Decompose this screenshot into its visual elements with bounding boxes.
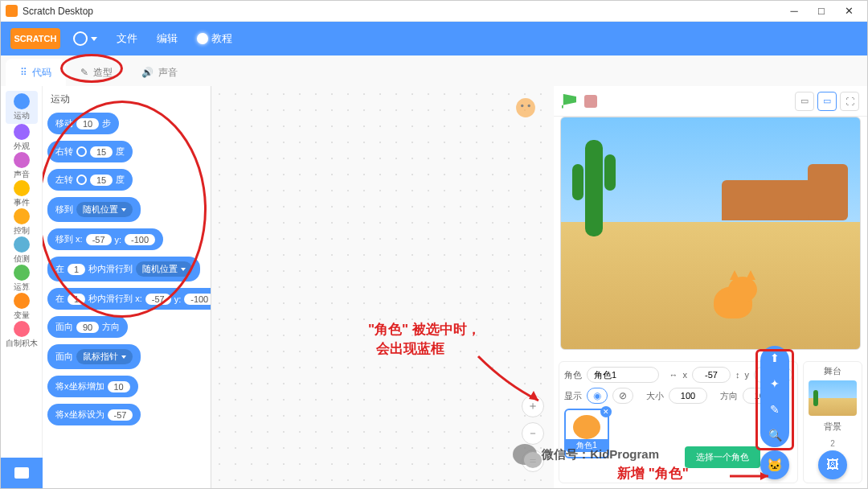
category-运动[interactable]: 运动 (6, 91, 38, 124)
block-move-steps[interactable]: 移动 10 步 (47, 113, 119, 134)
category-控制[interactable]: 控制 (6, 208, 38, 236)
sprite-cat[interactable] (706, 277, 762, 325)
annotation-arrow (474, 352, 547, 409)
category-声音[interactable]: 声音 (6, 152, 38, 180)
category-外观[interactable]: 外观 (6, 124, 38, 152)
category-dot-icon (14, 180, 30, 196)
scratch-logo: SCRATCH (10, 28, 60, 49)
language-menu[interactable] (67, 28, 104, 49)
block-goto-xy[interactable]: 移到 x: -57 y: -100 (47, 228, 163, 250)
block-glide-xy[interactable]: 在 1 秒内滑行到 x: -57 y: -100 (47, 288, 211, 310)
block-glide-random[interactable]: 在 1 秒内滑行到 随机位置 (47, 257, 200, 281)
minimize-button[interactable]: ─ (780, 1, 808, 22)
block-point-direction[interactable]: 面向 90 方向 (47, 316, 128, 338)
add-extension-button[interactable] (1, 458, 43, 488)
annotation-text: "角色" 被选中时， (368, 320, 481, 339)
add-sprite-menu: ⬆ ✦ ✎ 🔍 (760, 346, 789, 447)
backdrop-count: 2 (830, 439, 835, 448)
sprite-dir-label: 方向 (720, 390, 738, 402)
block-goto-random[interactable]: 移到 随机位置 (47, 197, 141, 222)
block-turn-left[interactable]: 左转 15 度 (47, 169, 133, 191)
sprite-watermark (512, 94, 539, 121)
stage-size-small[interactable]: ▭ (795, 92, 814, 111)
block-category-column: 运动外观声音事件控制侦测运算变量自制积木 (1, 86, 43, 488)
turn-cw-icon (76, 146, 87, 157)
paint-sprite-button[interactable]: ✎ (768, 402, 782, 417)
sprite-x-input[interactable] (692, 367, 731, 383)
app-icon (6, 5, 18, 17)
watermark-wechat: 微信号：KidProgram (513, 444, 659, 465)
backdrop-cactus (585, 140, 603, 236)
block-point-towards[interactable]: 面向 鼠标指针 (47, 344, 141, 369)
add-backdrop-button[interactable]: 🖼 (818, 450, 847, 479)
stage[interactable] (560, 117, 861, 350)
cat-icon (573, 415, 600, 439)
block-set-x[interactable]: 将x坐标设为 -57 (47, 404, 141, 425)
extension-icon (14, 467, 29, 479)
stage-fullscreen[interactable]: ⛶ (840, 92, 859, 111)
sprite-name-label: 角色 (564, 369, 582, 381)
svg-point-2 (528, 105, 530, 107)
sprite-size-label: 大小 (646, 390, 664, 402)
tab-sounds[interactable]: 🔊 声音 (127, 59, 192, 86)
code-icon: ⠿ (20, 67, 27, 78)
turn-ccw-icon (76, 175, 87, 185)
chevron-down-icon (91, 37, 97, 41)
block-turn-right[interactable]: 右转 15 度 (47, 141, 133, 162)
category-dot-icon (14, 321, 30, 337)
choose-sprite-label: 选择一个角色 (685, 446, 760, 468)
maximize-button[interactable]: □ (808, 1, 835, 22)
category-dot-icon (14, 208, 30, 224)
menu-file[interactable]: 文件 (110, 28, 144, 49)
menu-edit[interactable]: 编辑 (150, 28, 184, 49)
category-自制积木[interactable]: 自制积木 (6, 321, 38, 349)
sprite-show-label: 显示 (564, 390, 582, 402)
category-dot-icon (14, 236, 30, 253)
stage-size-large[interactable]: ▭ (817, 92, 837, 111)
sprite-name-input[interactable] (587, 367, 659, 383)
zoom-out-button[interactable]: － (522, 422, 544, 445)
window-title: Scratch Desktop (23, 6, 780, 17)
tab-costumes[interactable]: ✎ 造型 (66, 59, 127, 86)
wechat-icon (513, 444, 537, 465)
image-icon: 🖼 (826, 458, 839, 472)
sprite-show-button[interactable]: ◉ (587, 388, 608, 404)
stage-panel: 舞台 背景 2 🖼 (803, 361, 862, 483)
palette-header: 运动 (51, 92, 211, 106)
category-事件[interactable]: 事件 (6, 180, 38, 208)
tab-code[interactable]: ⠿ 代码 (6, 59, 66, 86)
delete-sprite-button[interactable]: ✕ (600, 406, 612, 417)
tab-bar: ⠿ 代码 ✎ 造型 🔊 声音 (1, 55, 867, 86)
stage-header: ▭ ▭ ⛶ (554, 86, 867, 117)
sprite-size-input[interactable] (669, 388, 707, 404)
category-变量[interactable]: 变量 (6, 293, 38, 321)
chevron-down-icon (181, 268, 186, 271)
category-dot-icon (14, 152, 30, 168)
category-dot-icon (14, 93, 30, 109)
category-dot-icon (14, 124, 30, 140)
stop-button[interactable] (584, 95, 597, 108)
workspace[interactable]: ＋ － ＝ (211, 86, 554, 488)
chevron-down-icon (121, 355, 126, 359)
category-侦测[interactable]: 侦测 (6, 236, 38, 265)
block-change-x[interactable]: 将x坐标增加 10 (47, 376, 138, 397)
window-titlebar: Scratch Desktop ─ □ ✕ (1, 1, 867, 22)
chevron-down-icon (121, 208, 126, 212)
sprite-hide-button[interactable]: ⊘ (612, 388, 633, 404)
green-flag-button[interactable] (562, 94, 576, 109)
category-dot-icon (14, 265, 30, 281)
surprise-sprite-button[interactable]: ✦ (768, 376, 782, 391)
search-sprite-button[interactable]: 🔍 (768, 428, 782, 442)
upload-sprite-button[interactable]: ⬆ (768, 351, 782, 365)
backdrop-thumbnail[interactable] (809, 380, 857, 416)
close-button[interactable]: ✕ (835, 1, 862, 22)
svg-point-0 (516, 98, 535, 117)
menu-tutorial[interactable]: 教程 (190, 28, 239, 49)
block-palette[interactable]: 运动 移动 10 步 右转 15 度 左转 15 度 移到 随机位置 (43, 86, 211, 488)
globe-icon (73, 31, 88, 46)
lightbulb-icon (197, 33, 208, 44)
menu-bar: SCRATCH 文件 编辑 教程 (1, 22, 867, 55)
backdrop-rock (808, 164, 848, 220)
category-运算[interactable]: 运算 (6, 265, 38, 293)
annotation-text: 会出现蓝框 (376, 339, 444, 358)
